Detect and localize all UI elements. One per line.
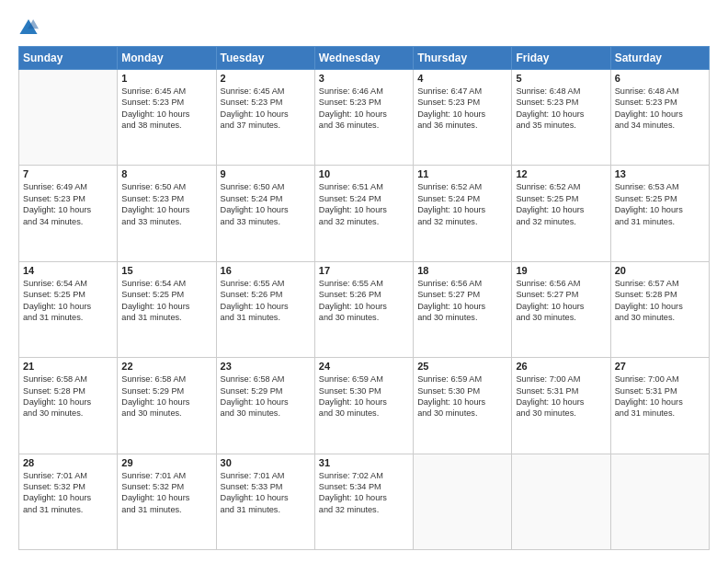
day-number: 16 xyxy=(221,265,311,276)
calendar-cell: 11Sunrise: 6:52 AM Sunset: 5:24 PM Dayli… xyxy=(414,166,512,261)
day-info: Sunrise: 6:58 AM Sunset: 5:29 PM Dayligh… xyxy=(121,373,211,419)
day-number: 12 xyxy=(516,168,606,179)
day-info: Sunrise: 6:56 AM Sunset: 5:27 PM Dayligh… xyxy=(417,278,507,324)
day-number: 19 xyxy=(516,265,606,276)
calendar-week-row: 1Sunrise: 6:45 AM Sunset: 5:23 PM Daylig… xyxy=(19,70,710,166)
day-number: 26 xyxy=(516,361,606,372)
day-number: 17 xyxy=(319,265,409,276)
calendar-cell xyxy=(610,454,709,549)
day-info: Sunrise: 6:46 AM Sunset: 5:23 PM Dayligh… xyxy=(319,86,409,132)
day-info: Sunrise: 6:58 AM Sunset: 5:28 PM Dayligh… xyxy=(23,373,113,419)
calendar-cell: 19Sunrise: 6:56 AM Sunset: 5:27 PM Dayli… xyxy=(512,261,610,357)
calendar-cell: 17Sunrise: 6:55 AM Sunset: 5:26 PM Dayli… xyxy=(314,261,413,357)
calendar-header-sunday: Sunday xyxy=(19,47,118,70)
day-number: 24 xyxy=(319,361,409,372)
calendar-header-thursday: Thursday xyxy=(414,47,512,70)
day-info: Sunrise: 6:50 AM Sunset: 5:23 PM Dayligh… xyxy=(121,181,211,227)
day-number: 18 xyxy=(417,265,507,276)
day-info: Sunrise: 6:48 AM Sunset: 5:23 PM Dayligh… xyxy=(615,86,705,132)
day-number: 10 xyxy=(319,168,409,179)
calendar-cell: 14Sunrise: 6:54 AM Sunset: 5:25 PM Dayli… xyxy=(19,261,118,357)
day-number: 8 xyxy=(121,168,211,179)
day-info: Sunrise: 6:54 AM Sunset: 5:25 PM Dayligh… xyxy=(23,278,113,324)
calendar-cell: 31Sunrise: 7:02 AM Sunset: 5:34 PM Dayli… xyxy=(314,454,413,549)
calendar-table: SundayMondayTuesdayWednesdayThursdayFrid… xyxy=(18,46,710,550)
page: SundayMondayTuesdayWednesdayThursdayFrid… xyxy=(0,0,728,563)
day-info: Sunrise: 7:01 AM Sunset: 5:32 PM Dayligh… xyxy=(23,470,113,516)
day-info: Sunrise: 7:01 AM Sunset: 5:32 PM Dayligh… xyxy=(121,470,211,516)
day-info: Sunrise: 7:01 AM Sunset: 5:33 PM Dayligh… xyxy=(221,470,311,516)
calendar-cell: 8Sunrise: 6:50 AM Sunset: 5:23 PM Daylig… xyxy=(118,166,216,261)
day-info: Sunrise: 6:56 AM Sunset: 5:27 PM Dayligh… xyxy=(516,278,606,324)
day-info: Sunrise: 6:48 AM Sunset: 5:23 PM Dayligh… xyxy=(516,86,606,132)
day-number: 25 xyxy=(417,361,507,372)
calendar-week-row: 7Sunrise: 6:49 AM Sunset: 5:23 PM Daylig… xyxy=(19,166,710,261)
calendar-header-wednesday: Wednesday xyxy=(314,47,413,70)
day-info: Sunrise: 7:00 AM Sunset: 5:31 PM Dayligh… xyxy=(615,373,705,419)
day-info: Sunrise: 6:53 AM Sunset: 5:25 PM Dayligh… xyxy=(615,181,705,227)
day-number: 22 xyxy=(121,361,211,372)
day-info: Sunrise: 6:55 AM Sunset: 5:26 PM Dayligh… xyxy=(319,278,409,324)
calendar-header-row: SundayMondayTuesdayWednesdayThursdayFrid… xyxy=(19,47,710,70)
calendar-cell xyxy=(19,70,118,166)
calendar-header-tuesday: Tuesday xyxy=(216,47,314,70)
day-info: Sunrise: 6:52 AM Sunset: 5:25 PM Dayligh… xyxy=(516,181,606,227)
calendar-cell: 18Sunrise: 6:56 AM Sunset: 5:27 PM Dayli… xyxy=(414,261,512,357)
day-info: Sunrise: 6:47 AM Sunset: 5:23 PM Dayligh… xyxy=(417,86,507,132)
day-info: Sunrise: 6:45 AM Sunset: 5:23 PM Dayligh… xyxy=(221,86,311,132)
day-number: 14 xyxy=(23,265,113,276)
day-info: Sunrise: 6:59 AM Sunset: 5:30 PM Dayligh… xyxy=(319,373,409,419)
day-number: 20 xyxy=(615,265,705,276)
calendar-week-row: 14Sunrise: 6:54 AM Sunset: 5:25 PM Dayli… xyxy=(19,261,710,357)
day-number: 5 xyxy=(516,73,606,84)
day-number: 7 xyxy=(23,168,113,179)
calendar-cell: 26Sunrise: 7:00 AM Sunset: 5:31 PM Dayli… xyxy=(512,358,610,454)
calendar-cell: 15Sunrise: 6:54 AM Sunset: 5:25 PM Dayli… xyxy=(118,261,216,357)
calendar-cell: 25Sunrise: 6:59 AM Sunset: 5:30 PM Dayli… xyxy=(414,358,512,454)
day-info: Sunrise: 6:59 AM Sunset: 5:30 PM Dayligh… xyxy=(417,373,507,419)
calendar-cell: 12Sunrise: 6:52 AM Sunset: 5:25 PM Dayli… xyxy=(512,166,610,261)
day-info: Sunrise: 7:00 AM Sunset: 5:31 PM Dayligh… xyxy=(516,373,606,419)
calendar-week-row: 21Sunrise: 6:58 AM Sunset: 5:28 PM Dayli… xyxy=(19,358,710,454)
day-number: 6 xyxy=(615,73,705,84)
calendar-cell: 29Sunrise: 7:01 AM Sunset: 5:32 PM Dayli… xyxy=(118,454,216,549)
day-number: 23 xyxy=(221,361,311,372)
day-number: 3 xyxy=(319,73,409,84)
day-number: 9 xyxy=(221,168,311,179)
day-number: 30 xyxy=(221,457,311,468)
day-number: 11 xyxy=(417,168,507,179)
day-number: 15 xyxy=(121,265,211,276)
calendar-cell: 4Sunrise: 6:47 AM Sunset: 5:23 PM Daylig… xyxy=(414,70,512,166)
calendar-cell: 22Sunrise: 6:58 AM Sunset: 5:29 PM Dayli… xyxy=(118,358,216,454)
calendar-cell: 3Sunrise: 6:46 AM Sunset: 5:23 PM Daylig… xyxy=(314,70,413,166)
calendar-cell: 21Sunrise: 6:58 AM Sunset: 5:28 PM Dayli… xyxy=(19,358,118,454)
day-info: Sunrise: 6:54 AM Sunset: 5:25 PM Dayligh… xyxy=(121,278,211,324)
calendar-cell: 13Sunrise: 6:53 AM Sunset: 5:25 PM Dayli… xyxy=(610,166,709,261)
calendar-cell: 24Sunrise: 6:59 AM Sunset: 5:30 PM Dayli… xyxy=(314,358,413,454)
calendar-cell: 28Sunrise: 7:01 AM Sunset: 5:32 PM Dayli… xyxy=(19,454,118,549)
day-info: Sunrise: 6:50 AM Sunset: 5:24 PM Dayligh… xyxy=(221,181,311,227)
calendar-cell: 5Sunrise: 6:48 AM Sunset: 5:23 PM Daylig… xyxy=(512,70,610,166)
calendar-cell: 2Sunrise: 6:45 AM Sunset: 5:23 PM Daylig… xyxy=(216,70,314,166)
day-number: 2 xyxy=(221,73,311,84)
calendar-week-row: 28Sunrise: 7:01 AM Sunset: 5:32 PM Dayli… xyxy=(19,454,710,549)
calendar-cell xyxy=(414,454,512,549)
calendar-header-monday: Monday xyxy=(118,47,216,70)
day-info: Sunrise: 6:45 AM Sunset: 5:23 PM Dayligh… xyxy=(121,86,211,132)
day-info: Sunrise: 6:58 AM Sunset: 5:29 PM Dayligh… xyxy=(221,373,311,419)
header xyxy=(18,17,710,37)
day-number: 21 xyxy=(23,361,113,372)
calendar-cell: 1Sunrise: 6:45 AM Sunset: 5:23 PM Daylig… xyxy=(118,70,216,166)
calendar-cell: 27Sunrise: 7:00 AM Sunset: 5:31 PM Dayli… xyxy=(610,358,709,454)
calendar-cell: 10Sunrise: 6:51 AM Sunset: 5:24 PM Dayli… xyxy=(314,166,413,261)
day-info: Sunrise: 6:57 AM Sunset: 5:28 PM Dayligh… xyxy=(615,278,705,324)
day-number: 29 xyxy=(121,457,211,468)
calendar-cell: 6Sunrise: 6:48 AM Sunset: 5:23 PM Daylig… xyxy=(610,70,709,166)
calendar-cell: 20Sunrise: 6:57 AM Sunset: 5:28 PM Dayli… xyxy=(610,261,709,357)
day-number: 27 xyxy=(615,361,705,372)
day-number: 1 xyxy=(121,73,211,84)
calendar-cell: 9Sunrise: 6:50 AM Sunset: 5:24 PM Daylig… xyxy=(216,166,314,261)
day-info: Sunrise: 6:51 AM Sunset: 5:24 PM Dayligh… xyxy=(319,181,409,227)
calendar-header-friday: Friday xyxy=(512,47,610,70)
calendar-cell: 7Sunrise: 6:49 AM Sunset: 5:23 PM Daylig… xyxy=(19,166,118,261)
